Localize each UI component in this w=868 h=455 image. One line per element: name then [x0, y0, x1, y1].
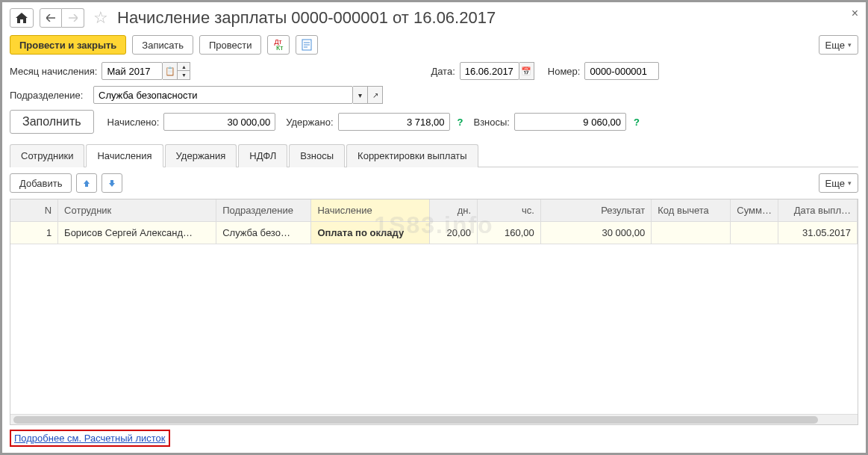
cell-date[interactable]: 31.05.2017	[778, 222, 857, 244]
col-employee[interactable]: Сотрудник	[58, 199, 216, 222]
month-stepper[interactable]: ▲▼	[178, 62, 190, 80]
withheld-input[interactable]	[338, 113, 450, 131]
tabs: Сотрудники Начисления Удержания НДФЛ Взн…	[10, 144, 858, 167]
tab-accruals[interactable]: Начисления	[86, 144, 163, 167]
col-result[interactable]: Результат	[540, 199, 651, 222]
tab-ndfl[interactable]: НДФЛ	[238, 144, 287, 167]
add-button[interactable]: Добавить	[10, 173, 72, 193]
help-icon[interactable]: ?	[634, 117, 640, 128]
more-button-table[interactable]: Еще	[819, 173, 858, 193]
dept-input[interactable]	[93, 86, 353, 104]
help-icon[interactable]: ?	[458, 117, 463, 128]
col-n[interactable]: N	[10, 199, 58, 222]
col-sum[interactable]: Сумм…	[731, 199, 778, 222]
more-button-top[interactable]: Еще	[819, 35, 858, 55]
contrib-input[interactable]	[514, 113, 626, 131]
post-and-close-button[interactable]: Провести и закрыть	[10, 35, 126, 55]
tab-contributions[interactable]: Взносы	[289, 144, 345, 167]
dept-dropdown-button[interactable]: ▾	[353, 86, 368, 104]
step-up-icon[interactable]: ▲	[178, 63, 190, 71]
month-label: Месяц начисления:	[10, 66, 97, 77]
date-input[interactable]	[460, 62, 519, 80]
col-hours[interactable]: чс.	[478, 199, 541, 222]
withheld-label: Удержано:	[286, 117, 333, 128]
move-up-button[interactable]	[76, 173, 97, 193]
dept-label: Подразделение:	[10, 90, 89, 101]
col-days[interactable]: дн.	[430, 199, 478, 222]
accruals-table: N Сотрудник Подразделение Начисление дн.…	[10, 199, 858, 425]
cell-n[interactable]: 1	[10, 222, 58, 244]
dept-open-button[interactable]: ↗	[368, 86, 383, 104]
cell-sum[interactable]	[731, 222, 778, 244]
step-down-icon[interactable]: ▼	[178, 71, 190, 79]
arrow-down-icon	[107, 179, 116, 188]
close-icon[interactable]: ×	[852, 7, 858, 20]
page-title: Начисление зарплаты 0000-000001 от 16.06…	[117, 8, 496, 28]
col-code[interactable]: Код вычета	[652, 199, 731, 222]
report-button[interactable]	[296, 35, 318, 55]
forward-button[interactable]	[62, 8, 84, 28]
arrow-right-icon	[69, 14, 78, 22]
tab-employees[interactable]: Сотрудники	[10, 144, 84, 167]
dtkt-button[interactable]: Дт Кт	[267, 35, 290, 55]
post-button[interactable]: Провести	[199, 35, 262, 55]
house-icon	[16, 13, 28, 23]
contrib-label: Взносы:	[473, 117, 510, 128]
cell-accrual[interactable]: Оплата по окладу	[311, 222, 430, 244]
date-label: Дата:	[431, 66, 455, 77]
arrow-left-icon	[46, 14, 55, 22]
back-button[interactable]	[40, 8, 62, 28]
home-button[interactable]	[10, 8, 34, 28]
number-input[interactable]	[584, 62, 659, 80]
number-label: Номер:	[548, 66, 581, 77]
table-row[interactable]: 1 Борисов Сергей Александ… Служба безо… …	[10, 222, 858, 244]
arrow-up-icon	[82, 179, 91, 188]
cell-hours[interactable]: 160,00	[478, 222, 541, 244]
save-button[interactable]: Записать	[132, 35, 193, 55]
tab-deductions[interactable]: Удержания	[165, 144, 237, 167]
month-picker-button[interactable]: 📋	[163, 62, 178, 80]
cell-department[interactable]: Служба безо…	[216, 222, 311, 244]
accrued-label: Начислено:	[107, 117, 160, 128]
footer-link-highlight: Подробнее см. Расчетный листок	[10, 430, 170, 447]
accrued-input[interactable]	[163, 113, 275, 131]
move-down-button[interactable]	[102, 173, 122, 193]
fill-button[interactable]: Заполнить	[10, 110, 94, 134]
col-date[interactable]: Дата выпл…	[778, 199, 857, 222]
col-department[interactable]: Подразделение	[216, 199, 311, 222]
cell-code[interactable]	[652, 222, 731, 244]
month-input[interactable]	[102, 62, 163, 80]
cell-days[interactable]: 20,00	[430, 222, 478, 244]
payslip-link[interactable]: Подробнее см. Расчетный листок	[14, 433, 166, 444]
cell-result[interactable]: 30 000,00	[540, 222, 651, 244]
tab-corrections[interactable]: Корректировки выплаты	[346, 144, 478, 167]
cell-employee[interactable]: Борисов Сергей Александ…	[58, 222, 216, 244]
col-accrual[interactable]: Начисление	[311, 199, 430, 222]
dtkt-icon: Дт Кт	[274, 39, 283, 51]
horizontal-scrollbar[interactable]	[10, 414, 858, 424]
favorite-star-icon[interactable]: ☆	[93, 8, 108, 28]
date-picker-button[interactable]: 📅	[519, 62, 534, 80]
document-icon	[302, 39, 312, 51]
